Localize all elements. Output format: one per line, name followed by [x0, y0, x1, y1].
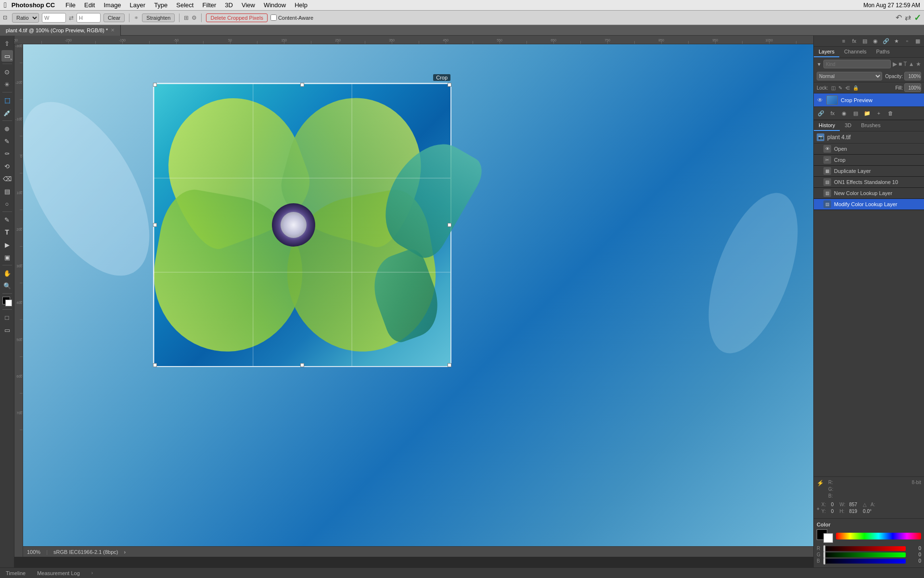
panel-icon-link[interactable]: 🔗	[882, 37, 890, 45]
paths-tab[interactable]: Paths	[872, 47, 895, 57]
crop-handle-tm[interactable]	[300, 83, 304, 87]
channels-tab[interactable]: Channels	[839, 47, 871, 57]
crop-handle-ml[interactable]	[153, 223, 157, 227]
close-tab-button[interactable]: ✕	[111, 27, 115, 33]
screen-mode-tool[interactable]: ▭	[1, 324, 13, 336]
menu-file[interactable]: File	[62, 1, 79, 9]
history-item-4[interactable]: ▥ New Color Lookup Layer	[814, 188, 924, 199]
lock-transparent-icon[interactable]: ◫	[831, 85, 835, 91]
crop-handle-br[interactable]	[448, 363, 451, 367]
pen-tool[interactable]: ✎	[1, 214, 13, 225]
panel-icon-fx[interactable]: fx	[850, 37, 859, 45]
menu-type[interactable]: Type	[150, 1, 171, 9]
document-tab[interactable]: plant 4.tif @ 100% (Crop Preview, RGB/8)…	[0, 25, 121, 36]
layer-link-btn[interactable]: 🔗	[817, 109, 825, 118]
fill-input[interactable]	[904, 83, 921, 92]
brush-tool[interactable]: ✎	[1, 135, 13, 147]
healing-brush-tool[interactable]: ⊕	[1, 123, 13, 134]
text-tool[interactable]: T	[1, 226, 13, 238]
eraser-tool[interactable]: ⌫	[1, 173, 13, 184]
history-tab[interactable]: History	[814, 120, 840, 131]
info-dropper-icon[interactable]: ⚡	[817, 480, 824, 486]
color-b-slider[interactable]	[823, 559, 906, 564]
layer-item-0[interactable]: 👁 Crop Preview	[814, 93, 924, 107]
panel-icon-adj[interactable]: ▤	[860, 37, 869, 45]
history-item-3[interactable]: ▤ ON1 Effects Standalone 10	[814, 177, 924, 188]
menu-window[interactable]: Window	[260, 1, 290, 9]
history-item-5[interactable]: ▤ Modify Color Lookup Layer	[814, 199, 924, 210]
rectangular-marquee-tool[interactable]: ▭▸	[1, 50, 13, 62]
canvas-background[interactable]: Crop	[23, 44, 813, 557]
app-name[interactable]: Photoshop CC	[12, 1, 55, 9]
quick-mask-tool[interactable]: □	[1, 312, 13, 323]
info-coord-icon[interactable]: +	[817, 506, 820, 512]
menu-image[interactable]: Image	[100, 1, 125, 9]
flip-button[interactable]: ⇄	[905, 13, 911, 22]
menu-edit[interactable]: Edit	[80, 1, 99, 9]
clone-stamp-tool[interactable]: ⚰	[1, 148, 13, 159]
color-fg-bg[interactable]	[817, 529, 833, 543]
layer-adj-btn[interactable]: ▤	[851, 109, 860, 118]
swap-icon[interactable]: ⇄	[69, 14, 74, 21]
menu-help[interactable]: Help	[291, 1, 311, 9]
panel-icon-1[interactable]: ≡	[839, 37, 848, 45]
opacity-input[interactable]	[904, 72, 921, 80]
lock-all-icon[interactable]: 🔒	[853, 85, 859, 91]
straighten-button[interactable]: Straighten	[142, 13, 175, 22]
shape-tool[interactable]: ▣	[1, 251, 13, 263]
3d-tab[interactable]: 3D	[840, 120, 856, 131]
menu-filter[interactable]: Filter	[198, 1, 220, 9]
rotate-left-button[interactable]: ↶	[896, 13, 902, 22]
crop-tool[interactable]: ⬚	[1, 94, 13, 106]
crop-frame[interactable]: Crop	[153, 83, 451, 367]
lasso-tool[interactable]: ⊙	[1, 66, 13, 78]
lock-pixels-icon[interactable]: ✎	[838, 85, 842, 91]
history-item-1[interactable]: ✂ Crop	[814, 155, 924, 166]
layers-tab[interactable]: Layers	[814, 47, 839, 57]
layer-visibility-0[interactable]: 👁	[817, 97, 823, 104]
layer-new-btn[interactable]: +	[874, 109, 883, 118]
layer-mask-btn[interactable]: ◉	[840, 109, 848, 118]
commit-button[interactable]: ✓	[914, 13, 921, 23]
clear-button[interactable]: Clear	[103, 13, 125, 22]
menu-layer[interactable]: Layer	[126, 1, 150, 9]
timeline-tab[interactable]: Timeline	[4, 569, 27, 577]
crop-handle-mr[interactable]	[448, 223, 451, 227]
panel-icon-mask[interactable]: ◉	[871, 37, 880, 45]
crop-handle-tr[interactable]	[448, 83, 451, 87]
foreground-color[interactable]	[1, 296, 13, 307]
path-select-tool[interactable]: ▶	[1, 239, 13, 250]
ratio-select[interactable]: Ratio	[12, 13, 39, 23]
color-g-slider[interactable]	[823, 552, 906, 557]
menu-select[interactable]: Select	[172, 1, 197, 9]
history-brush-tool[interactable]: ⟲	[1, 160, 13, 172]
bottom-tab-arrow[interactable]: ›	[91, 570, 93, 576]
color-r-slider[interactable]	[823, 546, 906, 551]
panel-icon-star[interactable]: ★	[892, 37, 901, 45]
measurement-log-tab[interactable]: Measurement Log	[35, 569, 82, 577]
history-item-2[interactable]: ▦ Duplicate Layer	[814, 166, 924, 177]
layer-fx-btn[interactable]: fx	[828, 109, 837, 118]
blend-mode-select[interactable]: Normal	[817, 72, 882, 80]
canvas-area[interactable]: -350-250-150-505015025035045055065075085…	[14, 36, 813, 567]
crop-handle-bm[interactable]	[300, 363, 304, 367]
layer-group-btn[interactable]: 📁	[863, 109, 872, 118]
color-spectrum-bar[interactable]	[836, 533, 921, 539]
settings-icon[interactable]: ⚙	[192, 14, 197, 21]
content-aware-check[interactable]: Content-Aware	[270, 14, 313, 21]
eyedropper-tool[interactable]: 💉	[1, 107, 13, 118]
hand-tool[interactable]: ✋	[1, 267, 13, 279]
gradient-tool[interactable]: ▤	[1, 185, 13, 197]
move-tool[interactable]: ⇧	[1, 38, 13, 49]
history-item-0[interactable]: 👁 Open	[814, 144, 924, 155]
brushes-tab[interactable]: Brushes	[856, 120, 885, 131]
layers-search-input[interactable]	[823, 60, 891, 68]
lock-position-icon[interactable]: ⋲	[845, 85, 850, 91]
height-input[interactable]	[77, 13, 101, 23]
layer-delete-btn[interactable]: 🗑	[886, 109, 895, 118]
menu-3d[interactable]: 3D	[221, 1, 237, 9]
width-input[interactable]	[42, 13, 66, 23]
content-aware-checkbox[interactable]	[270, 14, 277, 21]
crop-handle-tl[interactable]	[153, 83, 157, 87]
dodge-tool[interactable]: ○	[1, 198, 13, 210]
